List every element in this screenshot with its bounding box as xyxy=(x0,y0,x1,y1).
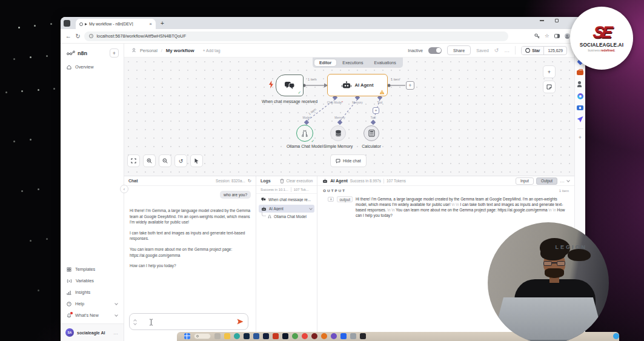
taskbar-icon[interactable] xyxy=(331,333,337,339)
chat-session-id: Session: 8320a... xyxy=(216,179,245,183)
rail-toolbox-icon[interactable] xyxy=(577,70,583,75)
canvas-add-node-button[interactable]: + xyxy=(543,65,556,78)
site-info-icon[interactable]: i xyxy=(89,34,93,38)
rail-send-icon[interactable] xyxy=(577,116,583,122)
sidebar-item-templates[interactable]: Templates xyxy=(61,263,124,275)
window-minimize-button[interactable] xyxy=(540,20,544,21)
logs-item-trigger[interactable]: When chat message re... xyxy=(259,196,314,203)
bot-paragraph: Hi there! I'm Gemma, a large language mo… xyxy=(130,208,252,225)
taskbar-icon[interactable] xyxy=(360,333,366,339)
node-ai-agent[interactable]: AI Agent xyxy=(327,74,388,96)
input-tab-button[interactable]: Input xyxy=(516,177,534,185)
output-tab-button[interactable]: Output xyxy=(536,177,557,185)
taskbar-icon[interactable] xyxy=(350,333,356,339)
taskbar-icon[interactable] xyxy=(244,333,250,339)
sidebar-item-variables[interactable]: Variables xyxy=(61,275,124,286)
zoom-out-button[interactable] xyxy=(159,154,171,167)
tab-editor[interactable]: Editor xyxy=(314,59,336,66)
logs-item-ollama[interactable]: Ollama Chat Model xyxy=(268,213,317,220)
node-when-chat-message-received[interactable]: ✓ xyxy=(276,74,304,96)
taskbar-icon[interactable] xyxy=(302,333,308,339)
subnode-label: Calculator xyxy=(344,144,399,149)
taskbar-icon[interactable] xyxy=(340,333,347,339)
output-menu-icon[interactable]: … xyxy=(560,179,565,184)
reset-session-icon[interactable]: ↻ xyxy=(248,179,251,184)
sidebar-item-help[interactable]: ? Help xyxy=(61,298,124,310)
se-monogram-icon: SE xyxy=(592,24,611,41)
add-node-button[interactable]: + xyxy=(406,81,414,90)
taskbar-icon[interactable] xyxy=(253,333,259,339)
new-tab-button[interactable]: + xyxy=(161,21,164,27)
tab-evaluations[interactable]: Evaluations xyxy=(369,59,400,66)
add-tag-button[interactable]: + Add tag xyxy=(203,48,221,53)
collapse-chat-handle[interactable]: ‹ xyxy=(120,185,128,193)
clear-execution-button[interactable]: Clear execution xyxy=(287,179,313,183)
svg-text:?: ? xyxy=(68,302,70,305)
user-menu-icon[interactable]: … xyxy=(113,330,119,336)
rail-add-icon[interactable]: + xyxy=(579,135,582,141)
side-panel-icon[interactable] xyxy=(554,34,560,38)
send-icon[interactable] xyxy=(237,319,244,325)
rail-camera-icon[interactable] xyxy=(577,105,583,110)
bookmark-star-icon[interactable]: ☆ xyxy=(545,33,549,39)
tab-media-playing-icon xyxy=(85,23,87,25)
taskbar-icon[interactable] xyxy=(263,333,269,339)
taskbar-icon[interactable] xyxy=(234,333,240,339)
taskbar-icon[interactable] xyxy=(224,333,230,339)
divider xyxy=(515,46,516,55)
sidebar-item-insights[interactable]: Insights xyxy=(61,286,124,298)
sidebar-item-whats-new[interactable]: What's New xyxy=(61,310,124,321)
undo-button[interactable]: ↺ xyxy=(174,154,187,167)
address-bar[interactable]: i localhost:5678/workflow/Aitf5wHSN4BTQo… xyxy=(84,31,508,41)
node-simple-memory[interactable] xyxy=(330,125,346,141)
taskbar-icon[interactable] xyxy=(282,333,288,339)
pointer-tool-button[interactable] xyxy=(190,154,203,167)
breadcrumb-project[interactable]: Personal xyxy=(140,48,158,53)
workflow-canvas[interactable]: Editor Executions Evaluations xyxy=(124,58,574,176)
browser-profile-avatar[interactable] xyxy=(565,33,570,39)
trash-icon xyxy=(280,179,284,184)
browser-tab[interactable]: My workflow - n8n[DEV] × xyxy=(76,19,156,29)
logs-panel: Logs Clear execution Success in 10.1... … xyxy=(256,176,317,341)
taskbar-icon[interactable] xyxy=(214,333,221,339)
fit-view-button[interactable] xyxy=(127,154,140,167)
logs-item-ai-agent[interactable]: AI Agent xyxy=(259,205,314,213)
workflow-menu-icon[interactable]: … xyxy=(504,48,510,53)
tab-search-icon[interactable] xyxy=(64,20,70,27)
node-calculator[interactable] xyxy=(363,125,379,141)
tab-favicon-icon xyxy=(79,22,83,26)
taskbar-search[interactable] xyxy=(194,333,211,339)
taskbar-start-button[interactable] xyxy=(184,333,190,339)
window-maximize-button[interactable] xyxy=(555,19,559,22)
sidebar-item-overview[interactable]: Overview xyxy=(61,61,124,73)
rail-profile-writer-icon[interactable] xyxy=(577,81,583,87)
history-icon[interactable]: ↺ xyxy=(494,48,499,53)
reload-button[interactable]: ↻ xyxy=(76,33,81,39)
agent-node-label: AI Agent xyxy=(355,82,374,88)
share-button[interactable]: Share xyxy=(447,45,471,55)
tab-close-icon[interactable]: × xyxy=(149,22,152,27)
chat-input-box[interactable] xyxy=(129,313,248,330)
workflow-name[interactable]: My workflow xyxy=(166,48,194,53)
back-button[interactable]: ← xyxy=(65,33,71,39)
sidebar-user[interactable]: SA socialeagle AI … xyxy=(61,323,124,341)
newline-escape: \n \n xyxy=(386,208,396,212)
taskbar-icon[interactable] xyxy=(311,333,317,339)
rail-loop-icon[interactable] xyxy=(577,93,583,99)
tab-executions[interactable]: Executions xyxy=(337,59,368,66)
taskbar-icon[interactable] xyxy=(292,333,298,339)
taskbar-icon[interactable] xyxy=(273,333,279,339)
hide-chat-button[interactable]: Hide chat xyxy=(330,154,367,167)
sidebar-add-button[interactable]: + xyxy=(110,48,119,58)
zoom-in-button[interactable] xyxy=(143,154,156,167)
add-sticky-note-button[interactable] xyxy=(543,81,556,93)
github-star-widget[interactable]: Star 125,629 xyxy=(521,46,567,55)
chevron-down-icon[interactable] xyxy=(566,179,570,182)
add-tool-button[interactable]: + xyxy=(373,107,379,114)
active-toggle[interactable] xyxy=(428,47,442,54)
node-ollama-chat-model[interactable]: ✓ xyxy=(296,125,313,142)
input-stepper-icon[interactable] xyxy=(134,319,136,325)
taskbar-icon[interactable] xyxy=(613,333,619,339)
taskbar-icon[interactable] xyxy=(321,333,327,339)
key-icon[interactable] xyxy=(534,33,540,39)
